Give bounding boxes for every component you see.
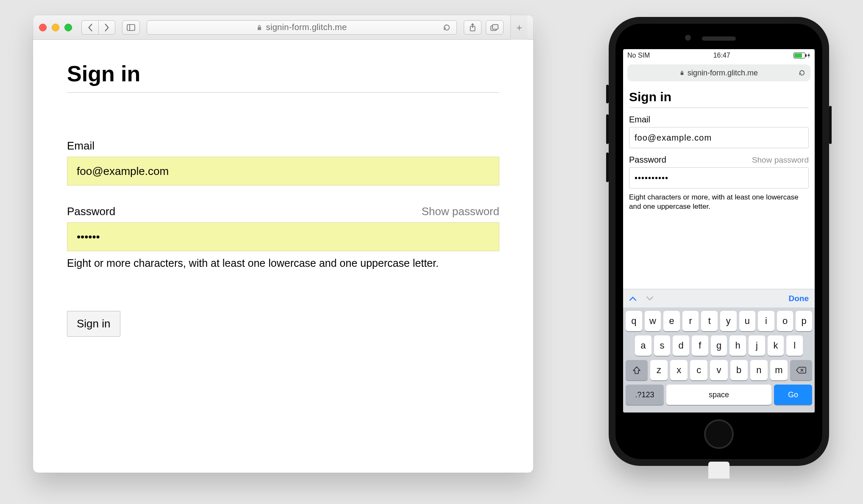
- svg-rect-0: [127, 25, 135, 30]
- chevron-up-icon: [629, 296, 637, 302]
- new-tab-button[interactable]: ＋: [510, 15, 527, 40]
- mobile-page-content: Sign in Email Password Show password Eig…: [623, 86, 815, 289]
- carrier-label: No SIM: [627, 52, 650, 59]
- minimize-window-button[interactable]: [52, 24, 59, 31]
- svg-rect-7: [681, 72, 684, 75]
- key-d[interactable]: d: [673, 335, 689, 356]
- mobile-password-hint: Eight characters or more, with at least …: [629, 193, 809, 211]
- back-button[interactable]: [81, 20, 98, 35]
- volume-up-button: [606, 114, 609, 144]
- mobile-password-field-group: Password Show password Eight characters …: [629, 155, 809, 211]
- password-field-group: Password Show password Eight or more cha…: [67, 205, 499, 269]
- key-x[interactable]: x: [670, 360, 688, 380]
- lightning-cable: [708, 462, 729, 479]
- share-icon: [469, 23, 476, 32]
- battery-indicator: [793, 53, 810, 58]
- keyboard-row-3: zxcvbnm: [626, 360, 812, 380]
- mobile-email-input[interactable]: [629, 127, 809, 148]
- space-key[interactable]: space: [666, 385, 771, 405]
- key-p[interactable]: p: [796, 311, 812, 331]
- key-l[interactable]: l: [786, 335, 803, 356]
- key-y[interactable]: y: [720, 311, 737, 331]
- reload-icon: [443, 24, 451, 31]
- key-c[interactable]: c: [690, 360, 707, 380]
- key-i[interactable]: i: [758, 311, 774, 331]
- key-b[interactable]: b: [730, 360, 748, 380]
- key-z[interactable]: z: [650, 360, 668, 380]
- key-m[interactable]: m: [770, 360, 788, 380]
- email-field-group: Email: [67, 139, 499, 186]
- email-label: Email: [67, 139, 95, 152]
- key-e[interactable]: e: [663, 311, 680, 331]
- email-input[interactable]: [67, 157, 499, 186]
- key-n[interactable]: n: [750, 360, 768, 380]
- signin-button[interactable]: Sign in: [67, 311, 120, 337]
- form-next-button[interactable]: [646, 296, 654, 302]
- keyboard-row-4: .?123 space Go: [626, 385, 812, 405]
- lock-icon: [257, 25, 262, 30]
- maximize-window-button[interactable]: [64, 24, 72, 31]
- home-button[interactable]: [704, 419, 734, 449]
- share-button[interactable]: [464, 20, 482, 35]
- key-w[interactable]: w: [645, 311, 661, 331]
- sidebar-button[interactable]: [122, 20, 140, 35]
- window-controls: [39, 24, 72, 31]
- key-t[interactable]: t: [701, 311, 718, 331]
- key-s[interactable]: s: [654, 335, 671, 356]
- chevron-down-icon: [646, 296, 654, 302]
- mobile-password-input[interactable]: [629, 167, 809, 188]
- key-k[interactable]: k: [768, 335, 784, 356]
- form-prev-button[interactable]: [629, 296, 637, 302]
- lightning-icon: [807, 53, 810, 58]
- mobile-show-password-toggle[interactable]: Show password: [752, 155, 809, 165]
- backspace-key[interactable]: [790, 360, 812, 380]
- keyboard-row-1: qwertyuiop: [626, 311, 812, 331]
- toolbar-right: [464, 20, 504, 35]
- svg-rect-2: [258, 27, 261, 30]
- password-hint: Eight or more characters, with at least …: [67, 257, 499, 269]
- mobile-reload-button[interactable]: [799, 69, 805, 76]
- key-f[interactable]: f: [692, 335, 708, 356]
- key-h[interactable]: h: [729, 335, 746, 356]
- tabs-button[interactable]: [486, 20, 504, 35]
- mobile-url-text: signin-form.glitch.me: [688, 69, 758, 78]
- key-v[interactable]: v: [710, 360, 727, 380]
- battery-icon: [793, 53, 805, 58]
- status-bar: No SIM 16:47: [623, 49, 815, 62]
- password-input[interactable]: [67, 222, 499, 251]
- key-r[interactable]: r: [682, 311, 699, 331]
- forward-button[interactable]: [98, 20, 115, 35]
- shift-key[interactable]: [626, 360, 648, 380]
- key-a[interactable]: a: [635, 335, 651, 356]
- reload-icon: [799, 69, 805, 76]
- plus-icon: ＋: [515, 21, 524, 34]
- mobile-address-bar[interactable]: signin-form.glitch.me: [627, 64, 810, 81]
- shift-icon: [632, 366, 641, 374]
- mobile-password-label: Password: [629, 155, 666, 165]
- mute-switch: [606, 85, 609, 103]
- front-camera: [685, 35, 691, 41]
- tabs-icon: [490, 24, 499, 31]
- key-o[interactable]: o: [777, 311, 793, 331]
- key-q[interactable]: q: [626, 311, 642, 331]
- go-key[interactable]: Go: [774, 385, 812, 405]
- key-u[interactable]: u: [739, 311, 756, 331]
- reload-button[interactable]: [443, 24, 451, 31]
- clock-label: 16:47: [713, 52, 730, 59]
- key-g[interactable]: g: [711, 335, 727, 356]
- lock-icon: [680, 70, 684, 75]
- page-title: Sign in: [67, 61, 499, 93]
- iphone-screen: No SIM 16:47 signin-form.glitch.me Sign …: [623, 49, 815, 413]
- keyboard-done-button[interactable]: Done: [789, 294, 809, 303]
- key-j[interactable]: j: [749, 335, 765, 356]
- safari-toolbar: signin-form.glitch.me ＋: [33, 15, 533, 40]
- chevron-left-icon: [87, 24, 93, 31]
- numbers-key[interactable]: .?123: [626, 385, 664, 405]
- safari-window: signin-form.glitch.me ＋ Sign in Email: [33, 15, 533, 473]
- sidebar-icon: [127, 24, 135, 31]
- close-window-button[interactable]: [39, 24, 47, 31]
- speaker-grille: [702, 36, 736, 41]
- address-bar[interactable]: signin-form.glitch.me: [147, 20, 457, 35]
- show-password-toggle[interactable]: Show password: [421, 205, 499, 218]
- svg-rect-6: [493, 25, 498, 29]
